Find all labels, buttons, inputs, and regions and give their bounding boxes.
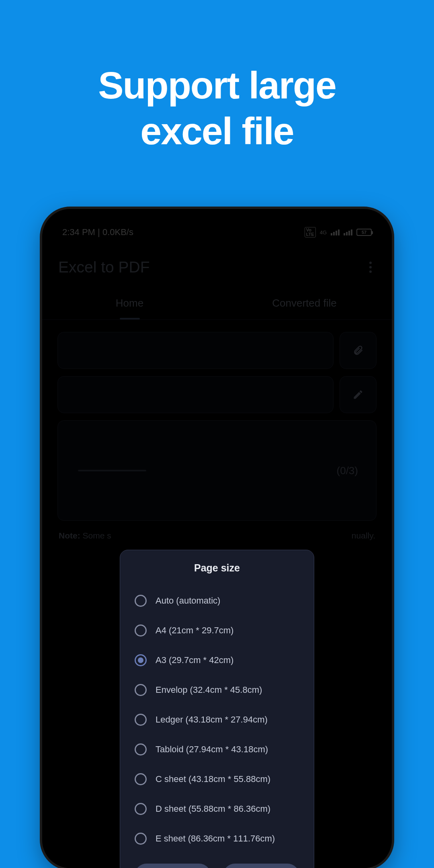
radio-option[interactable]: Auto (automatic) (132, 586, 302, 616)
phone-frame: 2:34 PM | 0.0KB/s VoLTE 4G 57 Excel to P… (42, 209, 392, 868)
radio-icon (135, 624, 147, 637)
radio-option[interactable]: A4 (21cm * 29.7cm) (132, 616, 302, 645)
radio-icon (135, 654, 147, 666)
radio-group: Auto (automatic)A4 (21cm * 29.7cm)A3 (29… (132, 586, 302, 854)
radio-icon (135, 833, 147, 845)
radio-icon (135, 714, 147, 726)
radio-option[interactable]: Envelop (32.4cm * 45.8cm) (132, 675, 302, 705)
radio-label: Auto (automatic) (156, 596, 220, 606)
radio-option[interactable]: C sheet (43.18cm * 55.88cm) (132, 764, 302, 794)
radio-label: E sheet (86.36cm * 111.76cm) (156, 833, 275, 844)
radio-label: Tabloid (27.94cm * 43.18cm) (156, 744, 268, 755)
marketing-line2: excel file (140, 110, 293, 152)
radio-option[interactable]: D sheet (55.88cm * 86.36cm) (132, 794, 302, 824)
radio-label: Envelop (32.4cm * 45.8cm) (156, 685, 262, 695)
radio-option[interactable]: Tabloid (27.94cm * 43.18cm) (132, 735, 302, 764)
radio-option[interactable]: E sheet (86.36cm * 111.76cm) (132, 824, 302, 854)
radio-label: A4 (21cm * 29.7cm) (156, 625, 233, 636)
radio-icon (135, 773, 147, 785)
ok-button[interactable]: OK (223, 864, 299, 868)
marketing-line1: Support large (98, 64, 336, 106)
radio-label: A3 (29.7cm * 42cm) (156, 655, 233, 665)
radio-icon (135, 803, 147, 815)
radio-icon (135, 743, 147, 755)
page-size-dialog: Page size Auto (automatic)A4 (21cm * 29.… (120, 550, 314, 868)
radio-icon (135, 595, 147, 607)
radio-label: C sheet (43.18cm * 55.88cm) (156, 774, 270, 784)
radio-option[interactable]: A3 (29.7cm * 42cm) (132, 645, 302, 675)
radio-label: D sheet (55.88cm * 86.36cm) (156, 804, 270, 814)
radio-icon (135, 684, 147, 696)
radio-option[interactable]: Ledger (43.18cm * 27.94cm) (132, 705, 302, 735)
cancel-button[interactable]: Cancel (135, 864, 211, 868)
radio-label: Ledger (43.18cm * 27.94cm) (156, 714, 268, 725)
marketing-headline: Support large excel file (0, 62, 434, 154)
dialog-title: Page size (132, 562, 302, 574)
